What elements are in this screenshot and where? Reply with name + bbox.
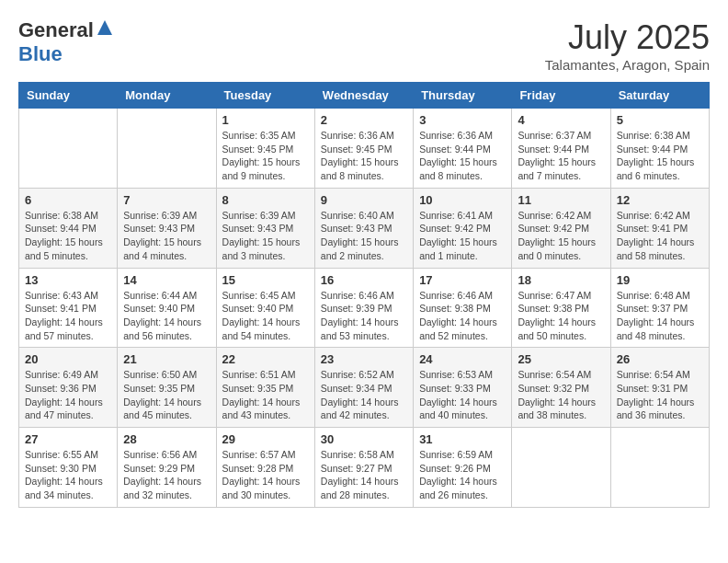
day-info: Sunrise: 6:36 AMSunset: 9:44 PMDaylight:… <box>419 129 506 183</box>
day-info: Sunrise: 6:52 AMSunset: 9:34 PMDaylight:… <box>321 368 407 422</box>
calendar-cell <box>118 109 216 189</box>
calendar-cell: 14Sunrise: 6:44 AMSunset: 9:40 PMDayligh… <box>118 268 216 348</box>
day-info: Sunrise: 6:37 AMSunset: 9:44 PMDaylight:… <box>518 129 604 183</box>
day-info: Sunrise: 6:46 AMSunset: 9:38 PMDaylight:… <box>419 289 506 343</box>
day-number: 3 <box>419 113 506 127</box>
calendar-cell: 28Sunrise: 6:56 AMSunset: 9:29 PMDayligh… <box>118 428 216 508</box>
weekday-header-sunday: Sunday <box>19 83 118 109</box>
day-number: 1 <box>222 113 309 127</box>
day-number: 6 <box>25 193 111 207</box>
calendar-week-row: 13Sunrise: 6:43 AMSunset: 9:41 PMDayligh… <box>19 268 710 348</box>
calendar-cell: 31Sunrise: 6:59 AMSunset: 9:26 PMDayligh… <box>414 428 512 508</box>
day-number: 18 <box>518 273 604 287</box>
calendar-cell: 6Sunrise: 6:38 AMSunset: 9:44 PMDaylight… <box>19 188 118 268</box>
day-number: 7 <box>123 193 210 207</box>
day-number: 4 <box>518 113 604 127</box>
calendar-cell: 10Sunrise: 6:41 AMSunset: 9:42 PMDayligh… <box>414 188 512 268</box>
day-info: Sunrise: 6:54 AMSunset: 9:31 PMDaylight:… <box>617 368 703 422</box>
calendar-cell: 5Sunrise: 6:38 AMSunset: 9:44 PMDaylight… <box>610 109 709 189</box>
day-info: Sunrise: 6:53 AMSunset: 9:33 PMDaylight:… <box>419 368 506 422</box>
calendar-cell: 12Sunrise: 6:42 AMSunset: 9:41 PMDayligh… <box>610 188 709 268</box>
calendar-cell: 25Sunrise: 6:54 AMSunset: 9:32 PMDayligh… <box>512 348 610 428</box>
calendar-cell: 9Sunrise: 6:40 AMSunset: 9:43 PMDaylight… <box>314 188 413 268</box>
day-info: Sunrise: 6:49 AMSunset: 9:36 PMDaylight:… <box>25 368 111 422</box>
day-info: Sunrise: 6:51 AMSunset: 9:35 PMDaylight:… <box>222 368 309 422</box>
day-info: Sunrise: 6:56 AMSunset: 9:29 PMDaylight:… <box>123 448 210 502</box>
calendar-cell: 24Sunrise: 6:53 AMSunset: 9:33 PMDayligh… <box>414 348 512 428</box>
day-number: 21 <box>123 352 210 366</box>
day-info: Sunrise: 6:35 AMSunset: 9:45 PMDaylight:… <box>222 129 309 183</box>
weekday-header-monday: Monday <box>118 83 216 109</box>
day-number: 11 <box>518 193 604 207</box>
calendar-week-row: 1Sunrise: 6:35 AMSunset: 9:45 PMDaylight… <box>19 109 710 189</box>
day-number: 17 <box>419 273 506 287</box>
calendar-cell <box>512 428 610 508</box>
day-number: 22 <box>222 352 309 366</box>
day-info: Sunrise: 6:47 AMSunset: 9:38 PMDaylight:… <box>518 289 604 343</box>
calendar-cell: 3Sunrise: 6:36 AMSunset: 9:44 PMDaylight… <box>414 109 512 189</box>
day-info: Sunrise: 6:46 AMSunset: 9:39 PMDaylight:… <box>321 289 407 343</box>
location-title: Talamantes, Aragon, Spain <box>545 57 710 73</box>
day-info: Sunrise: 6:58 AMSunset: 9:27 PMDaylight:… <box>321 448 407 502</box>
logo-text: General Blue <box>18 18 114 66</box>
day-info: Sunrise: 6:45 AMSunset: 9:40 PMDaylight:… <box>222 289 309 343</box>
day-number: 20 <box>25 352 111 366</box>
logo-icon <box>96 18 114 37</box>
day-number: 14 <box>123 273 210 287</box>
calendar-cell: 22Sunrise: 6:51 AMSunset: 9:35 PMDayligh… <box>216 348 314 428</box>
weekday-header-friday: Friday <box>512 83 610 109</box>
logo-blue: Blue <box>18 42 63 65</box>
day-info: Sunrise: 6:42 AMSunset: 9:42 PMDaylight:… <box>518 209 604 263</box>
calendar-cell: 8Sunrise: 6:39 AMSunset: 9:43 PMDaylight… <box>216 188 314 268</box>
day-number: 8 <box>222 193 309 207</box>
day-number: 23 <box>321 352 407 366</box>
day-info: Sunrise: 6:48 AMSunset: 9:37 PMDaylight:… <box>617 289 703 343</box>
calendar-cell: 1Sunrise: 6:35 AMSunset: 9:45 PMDaylight… <box>216 109 314 189</box>
day-info: Sunrise: 6:39 AMSunset: 9:43 PMDaylight:… <box>123 209 210 263</box>
day-info: Sunrise: 6:50 AMSunset: 9:35 PMDaylight:… <box>123 368 210 422</box>
day-info: Sunrise: 6:40 AMSunset: 9:43 PMDaylight:… <box>321 209 407 263</box>
calendar-cell: 23Sunrise: 6:52 AMSunset: 9:34 PMDayligh… <box>314 348 413 428</box>
calendar-week-row: 20Sunrise: 6:49 AMSunset: 9:36 PMDayligh… <box>19 348 710 428</box>
calendar-cell: 30Sunrise: 6:58 AMSunset: 9:27 PMDayligh… <box>314 428 413 508</box>
calendar-cell <box>610 428 709 508</box>
day-number: 15 <box>222 273 309 287</box>
day-number: 10 <box>419 193 506 207</box>
calendar-week-row: 27Sunrise: 6:55 AMSunset: 9:30 PMDayligh… <box>19 428 710 508</box>
calendar-cell: 15Sunrise: 6:45 AMSunset: 9:40 PMDayligh… <box>216 268 314 348</box>
month-title: July 2025 <box>545 18 710 57</box>
calendar-cell: 26Sunrise: 6:54 AMSunset: 9:31 PMDayligh… <box>610 348 709 428</box>
day-info: Sunrise: 6:54 AMSunset: 9:32 PMDaylight:… <box>518 368 604 422</box>
calendar-cell: 27Sunrise: 6:55 AMSunset: 9:30 PMDayligh… <box>19 428 118 508</box>
day-number: 16 <box>321 273 407 287</box>
calendar-cell: 18Sunrise: 6:47 AMSunset: 9:38 PMDayligh… <box>512 268 610 348</box>
day-number: 5 <box>617 113 703 127</box>
calendar-table: SundayMondayTuesdayWednesdayThursdayFrid… <box>18 82 710 508</box>
day-number: 12 <box>617 193 703 207</box>
day-info: Sunrise: 6:38 AMSunset: 9:44 PMDaylight:… <box>25 209 111 263</box>
day-info: Sunrise: 6:57 AMSunset: 9:28 PMDaylight:… <box>222 448 309 502</box>
svg-marker-0 <box>97 20 112 35</box>
day-info: Sunrise: 6:38 AMSunset: 9:44 PMDaylight:… <box>617 129 703 183</box>
weekday-header-wednesday: Wednesday <box>314 83 413 109</box>
weekday-header-tuesday: Tuesday <box>216 83 314 109</box>
day-info: Sunrise: 6:43 AMSunset: 9:41 PMDaylight:… <box>25 289 111 343</box>
weekday-header-thursday: Thursday <box>414 83 512 109</box>
day-info: Sunrise: 6:44 AMSunset: 9:40 PMDaylight:… <box>123 289 210 343</box>
calendar-cell: 29Sunrise: 6:57 AMSunset: 9:28 PMDayligh… <box>216 428 314 508</box>
calendar-week-row: 6Sunrise: 6:38 AMSunset: 9:44 PMDaylight… <box>19 188 710 268</box>
day-number: 13 <box>25 273 111 287</box>
day-info: Sunrise: 6:41 AMSunset: 9:42 PMDaylight:… <box>419 209 506 263</box>
day-number: 2 <box>321 113 407 127</box>
day-number: 30 <box>321 432 407 446</box>
logo: General Blue <box>18 18 114 66</box>
day-info: Sunrise: 6:42 AMSunset: 9:41 PMDaylight:… <box>617 209 703 263</box>
day-info: Sunrise: 6:55 AMSunset: 9:30 PMDaylight:… <box>25 448 111 502</box>
title-block: July 2025 Talamantes, Aragon, Spain <box>545 18 710 73</box>
calendar-cell: 16Sunrise: 6:46 AMSunset: 9:39 PMDayligh… <box>314 268 413 348</box>
calendar-cell: 7Sunrise: 6:39 AMSunset: 9:43 PMDaylight… <box>118 188 216 268</box>
day-number: 28 <box>123 432 210 446</box>
calendar-cell: 4Sunrise: 6:37 AMSunset: 9:44 PMDaylight… <box>512 109 610 189</box>
day-number: 26 <box>617 352 703 366</box>
day-number: 9 <box>321 193 407 207</box>
